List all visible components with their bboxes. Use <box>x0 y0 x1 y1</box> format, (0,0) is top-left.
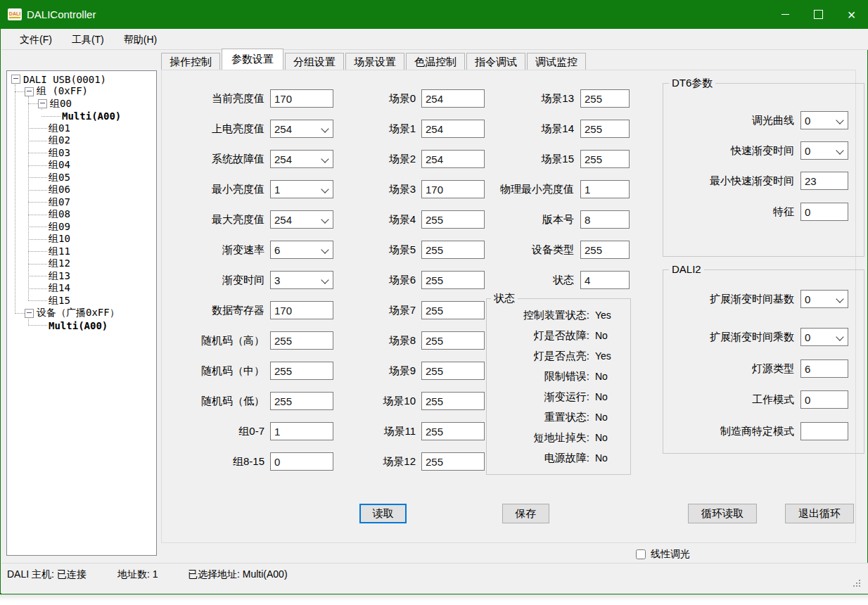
tree-expander[interactable] <box>38 99 47 108</box>
tree-item-group-broadcast[interactable]: 组 (0xFF) <box>7 86 156 98</box>
version-number-input[interactable] <box>580 210 630 229</box>
form-row: 最小亮度值1 <box>177 180 333 198</box>
scene-12-input[interactable] <box>421 452 485 471</box>
form-row: 扩展渐变时间基数0 <box>669 290 848 308</box>
system-failure-level-combobox[interactable]: 254 <box>270 150 333 168</box>
tree-item-group15[interactable]: 组15 <box>7 295 156 307</box>
tree-item-group14[interactable]: 组14 <box>7 283 156 295</box>
menu-tools[interactable]: 工具(T) <box>62 29 114 50</box>
linear-dimming-row: 线性调光 <box>636 548 690 561</box>
tree-item-group09[interactable]: 组09 <box>7 221 156 234</box>
window-controls: × <box>769 0 868 29</box>
tab-operation-control[interactable]: 操作控制 <box>161 53 220 70</box>
tree-expander[interactable] <box>11 75 20 84</box>
form-row: 场景9 <box>331 362 485 380</box>
form-row: 状态 <box>461 271 630 289</box>
status-value: No <box>595 371 608 382</box>
form-row: 场景15 <box>461 150 630 168</box>
tree-item-group02[interactable]: 组02 <box>7 135 156 148</box>
tree-expander[interactable] <box>25 87 34 96</box>
min-level-combobox[interactable]: 1 <box>270 180 333 198</box>
chevron-down-icon <box>321 185 328 193</box>
scene-10-input[interactable] <box>421 392 485 410</box>
tree-item-group03[interactable]: 组03 <box>7 147 156 160</box>
status-value-input[interactable] <box>580 271 630 289</box>
tree-item-group10[interactable]: 组10 <box>7 234 156 246</box>
extended-fade-time-multiplier-combobox[interactable]: 0 <box>800 328 848 346</box>
linear-dimming-checkbox[interactable] <box>636 549 646 559</box>
form-row: 最大亮度值254 <box>177 210 333 229</box>
maximize-button[interactable] <box>802 0 835 29</box>
features-input[interactable] <box>800 203 848 221</box>
tree-item-group06[interactable]: 组06 <box>7 184 156 197</box>
loop-read-button[interactable]: 循环读取 <box>688 504 757 523</box>
read-button[interactable]: 读取 <box>359 504 407 523</box>
tree-item-group05[interactable]: 组05 <box>7 172 156 184</box>
tree-item-group11[interactable]: 组11 <box>7 246 156 258</box>
app-icon-text: DALI <box>9 11 20 18</box>
tree-item-multi-a00-device[interactable]: Multi(A00) <box>7 319 156 332</box>
tab-grouping-settings[interactable]: 分组设置 <box>285 53 344 70</box>
tab-parameter-settings[interactable]: 参数设置 <box>222 49 283 70</box>
tree-expander[interactable] <box>25 309 34 318</box>
form-row: 快速渐变时间0 <box>669 141 848 160</box>
resize-grip[interactable] <box>849 575 850 577</box>
scene-13-input[interactable] <box>580 89 630 108</box>
tab-color-temp-control[interactable]: 色温控制 <box>406 53 465 70</box>
group-8-15-input[interactable] <box>270 452 333 471</box>
tree-item-group08[interactable]: 组08 <box>7 209 156 222</box>
operating-mode-input[interactable] <box>800 390 848 409</box>
tree-item-multi-a00[interactable]: Multi(A00) <box>7 110 156 123</box>
min-fast-fade-time-input[interactable] <box>800 172 848 190</box>
tab-command-debug[interactable]: 指令调试 <box>466 53 525 70</box>
fade-rate-combobox[interactable]: 6 <box>270 241 333 259</box>
random-code-low-input[interactable] <box>270 392 333 410</box>
device-type-input[interactable] <box>580 241 630 259</box>
tree-item-group01[interactable]: 组01 <box>7 122 156 135</box>
scene-9-input[interactable] <box>421 362 485 380</box>
tree-item-group12[interactable]: 组12 <box>7 258 156 271</box>
status-row: 控制装置状态:Yes <box>491 307 611 323</box>
data-register-input[interactable] <box>270 301 333 319</box>
status-value: No <box>595 391 608 402</box>
tab-debug-monitor[interactable]: 调试监控 <box>527 53 586 70</box>
scene-14-input[interactable] <box>580 120 630 138</box>
tree-item-root[interactable]: DALI USB(0001) <box>7 73 156 86</box>
menu-help[interactable]: 帮助(H) <box>114 29 167 50</box>
power-on-level-combobox[interactable]: 254 <box>270 120 333 138</box>
chevron-down-icon <box>321 155 328 163</box>
max-level-combobox[interactable]: 254 <box>270 210 333 229</box>
chevron-down-icon <box>321 276 328 284</box>
scene-8-input[interactable] <box>421 331 485 350</box>
light-source-type-input[interactable] <box>800 359 848 378</box>
form-row: 灯源类型 <box>669 359 848 378</box>
tab-scene-settings[interactable]: 场景设置 <box>345 53 404 70</box>
exit-loop-button[interactable]: 退出循环 <box>785 504 854 523</box>
physical-min-level-input[interactable] <box>580 180 630 198</box>
tree-item-group04[interactable]: 组04 <box>7 160 156 172</box>
status-value: No <box>595 452 608 464</box>
form-row: 场景13 <box>461 89 630 108</box>
group-0-7-input[interactable] <box>270 422 333 440</box>
tree-item-group07[interactable]: 组07 <box>7 196 156 209</box>
status-row: 电源故障:No <box>491 450 608 466</box>
manufacturer-specific-mode-input[interactable] <box>800 422 848 440</box>
close-button[interactable]: × <box>835 0 868 29</box>
menu-file[interactable]: 文件(F) <box>10 29 62 50</box>
tree-item-group00[interactable]: 组00 <box>7 98 156 110</box>
tree-item-group13[interactable]: 组13 <box>7 270 156 283</box>
fast-fade-time-combobox[interactable]: 0 <box>800 141 848 160</box>
scene-11-input[interactable] <box>421 422 485 440</box>
form-row: 特征 <box>669 203 848 221</box>
tree-item-devices-broadcast[interactable]: 设备（广播0xFF） <box>7 307 156 320</box>
minimize-button[interactable] <box>769 0 802 29</box>
scene-7-input[interactable] <box>421 301 485 319</box>
random-code-mid-input[interactable] <box>270 362 333 380</box>
current-level-input[interactable] <box>270 89 333 108</box>
scene-15-input[interactable] <box>580 150 630 168</box>
fade-time-combobox[interactable]: 3 <box>270 271 333 289</box>
random-code-high-input[interactable] <box>270 331 333 350</box>
save-button[interactable]: 保存 <box>502 504 549 523</box>
extended-fade-time-base-combobox[interactable]: 0 <box>800 290 848 308</box>
dimming-curve-combobox[interactable]: 0 <box>800 111 848 129</box>
